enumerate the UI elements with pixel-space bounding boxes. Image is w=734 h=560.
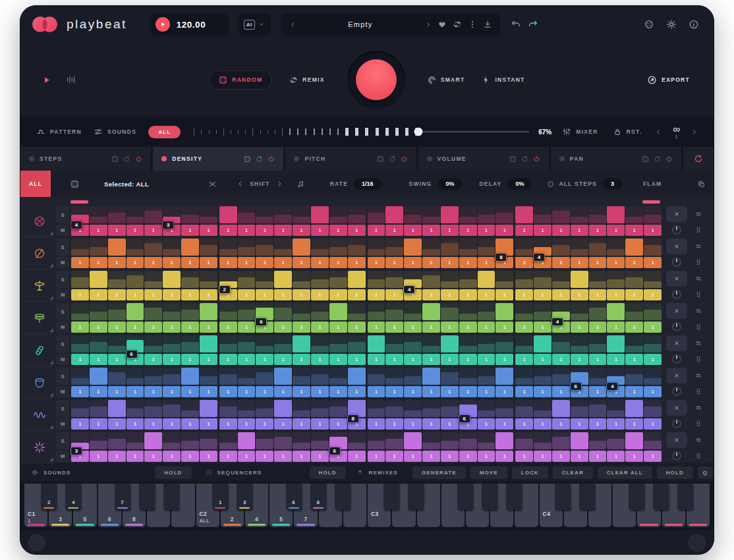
hit-step[interactable]: 1 xyxy=(127,322,144,333)
note-value-icon[interactable] xyxy=(296,180,305,188)
hit-step[interactable]: 1 xyxy=(644,386,662,397)
density-step[interactable] xyxy=(348,206,366,223)
density-step[interactable] xyxy=(515,238,533,256)
hit-step[interactable]: 1 xyxy=(200,289,217,300)
crossfade-icon[interactable] xyxy=(208,180,217,188)
black-key[interactable] xyxy=(653,484,669,510)
hit-step[interactable]: 1 xyxy=(311,257,329,268)
hit-step[interactable]: 1 xyxy=(515,322,533,333)
solo-button[interactable]: S xyxy=(56,206,69,223)
play-button[interactable] xyxy=(155,17,170,32)
density-step[interactable] xyxy=(625,400,643,417)
density-step[interactable] xyxy=(200,303,217,320)
redo-button[interactable] xyxy=(528,19,538,30)
density-step[interactable]: 3 xyxy=(71,432,89,449)
hit-step[interactable]: 1 xyxy=(348,322,366,333)
solo-button[interactable]: S xyxy=(56,303,69,320)
hit-step[interactable]: 1 xyxy=(385,418,403,430)
density-step[interactable] xyxy=(422,335,440,352)
hit-step[interactable]: 1 xyxy=(274,386,292,397)
hit-step[interactable]: 1 xyxy=(422,257,440,268)
density-step[interactable] xyxy=(127,238,144,256)
hit-step[interactable]: 1 xyxy=(127,418,144,430)
hit-step[interactable]: 1 xyxy=(441,386,459,397)
density-step[interactable] xyxy=(625,303,643,320)
track-filter-button[interactable] xyxy=(689,271,708,287)
density-step[interactable] xyxy=(238,206,256,223)
hit-step[interactable]: 1 xyxy=(607,418,625,430)
hit-step[interactable]: 1 xyxy=(127,451,144,462)
density-step[interactable] xyxy=(181,400,199,417)
density-step[interactable] xyxy=(311,432,329,449)
density-step[interactable] xyxy=(256,432,273,449)
density-step[interactable] xyxy=(200,432,217,449)
black-key[interactable]: 4 xyxy=(65,484,81,510)
density-step[interactable] xyxy=(644,335,662,352)
hit-step[interactable]: 1 xyxy=(200,257,217,268)
hit-step[interactable]: 1 xyxy=(422,225,440,236)
density-step[interactable] xyxy=(515,335,533,352)
hit-step[interactable]: 1 xyxy=(368,257,385,268)
density-step[interactable] xyxy=(293,368,310,385)
hit-step[interactable]: 1 xyxy=(181,322,199,333)
hit-step[interactable]: 1 xyxy=(515,289,533,300)
track-select-6[interactable] xyxy=(24,368,55,399)
density-step[interactable] xyxy=(200,368,217,385)
hit-step[interactable]: 1 xyxy=(368,451,385,462)
track-select-3[interactable] xyxy=(24,271,55,302)
density-step[interactable] xyxy=(571,303,588,320)
hit-step[interactable]: 1 xyxy=(181,451,199,462)
track-drag-handle[interactable] xyxy=(689,223,708,236)
hit-step[interactable]: 1 xyxy=(256,451,273,462)
hit-step[interactable]: 1 xyxy=(71,354,89,365)
density-step[interactable] xyxy=(311,238,329,256)
density-step[interactable] xyxy=(571,271,588,288)
density-step[interactable] xyxy=(589,368,607,385)
density-step[interactable] xyxy=(274,335,292,352)
density-step[interactable] xyxy=(385,432,403,449)
track-filter-button[interactable] xyxy=(689,303,708,319)
hit-step[interactable]: 1 xyxy=(404,354,422,365)
clear-all-button[interactable]: CLEAR ALL xyxy=(598,466,652,479)
density-step[interactable] xyxy=(127,432,144,449)
density-step[interactable] xyxy=(368,271,385,288)
hit-step[interactable]: 1 xyxy=(644,418,662,430)
hit-step[interactable]: 1 xyxy=(256,386,273,397)
track-drag-handle[interactable] xyxy=(689,320,708,333)
mute-button[interactable]: M xyxy=(56,354,69,365)
instant-button[interactable]: INSTANT xyxy=(482,76,524,84)
density-step[interactable] xyxy=(108,335,126,352)
hit-step[interactable]: 1 xyxy=(108,225,126,236)
track-select-1[interactable] xyxy=(24,206,55,237)
hit-step[interactable]: 1 xyxy=(163,257,181,268)
hit-step[interactable]: 1 xyxy=(108,418,126,430)
sequencer-view-icon[interactable] xyxy=(66,74,76,85)
density-step[interactable] xyxy=(385,335,403,352)
hit-step[interactable]: 1 xyxy=(422,354,440,365)
track-select-2[interactable] xyxy=(24,238,55,269)
density-step[interactable] xyxy=(181,335,199,352)
hit-step[interactable]: 1 xyxy=(404,386,422,397)
hit-step[interactable]: 1 xyxy=(515,418,533,430)
density-step[interactable] xyxy=(607,271,625,288)
swing-value[interactable]: 0% xyxy=(438,178,462,190)
density-step[interactable] xyxy=(219,206,237,223)
density-step[interactable] xyxy=(311,271,329,288)
hit-step[interactable]: 1 xyxy=(238,289,256,300)
hit-step[interactable]: 1 xyxy=(368,386,385,397)
sounds-tab[interactable]: SOUNDS xyxy=(94,127,136,136)
track-filter-button[interactable] xyxy=(689,206,708,222)
density-step[interactable] xyxy=(441,271,459,288)
black-key[interactable] xyxy=(457,484,473,510)
hit-step[interactable]: 1 xyxy=(348,451,366,462)
hit-step[interactable]: 1 xyxy=(90,322,107,333)
clear-track-button[interactable] xyxy=(666,303,687,319)
corner-right-button[interactable] xyxy=(689,534,706,551)
track-drag-handle[interactable] xyxy=(689,256,708,268)
density-step[interactable] xyxy=(589,206,607,223)
density-step[interactable] xyxy=(534,271,551,288)
hit-step[interactable]: 1 xyxy=(625,322,643,333)
hit-step[interactable]: 1 xyxy=(441,225,459,236)
hit-step[interactable]: 1 xyxy=(293,289,310,300)
clear-track-button[interactable] xyxy=(666,206,687,222)
